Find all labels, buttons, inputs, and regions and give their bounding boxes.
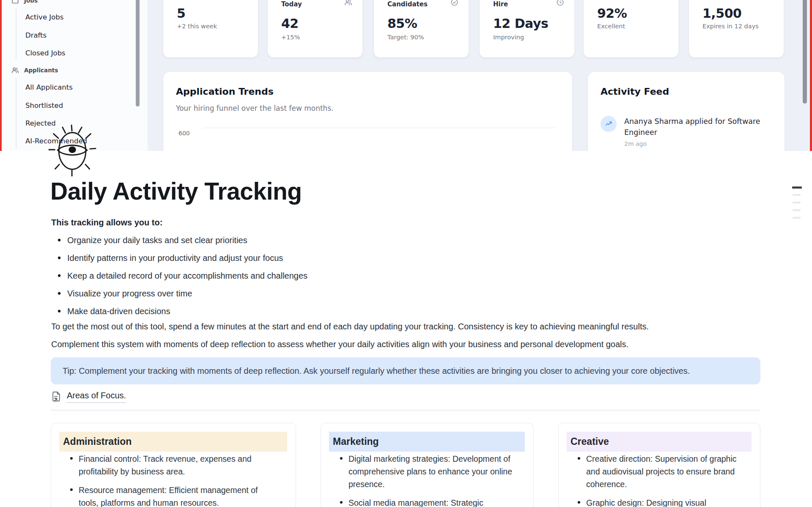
- list-item: Digital marketing strategies: Developmen…: [321, 452, 533, 491]
- list-item: Graphic design: Designing visual: [559, 496, 760, 507]
- stat-value: 12 Days: [493, 16, 548, 31]
- focus-card-title: Creative: [567, 432, 752, 452]
- tree-indent-line: [16, 78, 16, 149]
- users-icon: [11, 66, 19, 74]
- users-icon: [344, 0, 352, 8]
- screenshare-border-right: [810, 0, 812, 151]
- stat-subtext: +2 this week: [177, 23, 217, 30]
- activity-feed-item[interactable]: Ananya Sharma applied for Software Engin…: [601, 116, 766, 147]
- list-item: Keep a detailed record of your accomplis…: [51, 271, 307, 280]
- panel-subtitle: Your hiring funnel over the last few mon…: [176, 104, 334, 112]
- screen: Jobs Active Jobs Drafts Closed Jobs Appl…: [0, 0, 812, 507]
- sidebar-section-jobs[interactable]: Jobs: [11, 0, 38, 4]
- benefits-list: Organize your daily tasks and set clear …: [51, 236, 307, 324]
- stat-value: 5: [177, 6, 185, 21]
- page-link-icon: [51, 391, 62, 403]
- sidebar-section-label: Applicants: [24, 67, 58, 74]
- sidebar-item-shortlisted[interactable]: Shortlisted: [25, 101, 63, 110]
- page-title: Daily Activity Tracking: [50, 177, 302, 205]
- eye-doodle-annotation: [48, 124, 97, 177]
- tree-indent-line: [16, 8, 16, 59]
- sidebar-section-label: Jobs: [24, 0, 38, 4]
- toc-marker: [793, 217, 801, 219]
- trending-up-icon: [601, 116, 617, 132]
- stat-subtext: Improving: [493, 34, 524, 41]
- stat-value: 85%: [387, 16, 417, 31]
- activity-timestamp: 2m ago: [624, 140, 766, 147]
- panel-title: Application Trends: [176, 86, 274, 97]
- paragraph: To get the most out of this tool, spend …: [51, 322, 649, 332]
- focus-card-administration: Administration Financial control: Track …: [51, 423, 296, 507]
- y-axis-tick-label: 600: [178, 130, 190, 137]
- focus-card-title: Marketing: [329, 432, 525, 452]
- stat-value: 42: [281, 16, 299, 31]
- stat-card[interactable]: Hire 12 Days Improving: [480, 0, 574, 58]
- chart-gridline: [203, 128, 555, 128]
- toc-marker: [793, 209, 801, 211]
- stat-value: 92%: [597, 6, 627, 21]
- sidebar-item-closed-jobs[interactable]: Closed Jobs: [25, 49, 66, 57]
- paragraph: Complement this system with moments of d…: [51, 340, 628, 349]
- list-item: Make data-driven decisions: [51, 307, 307, 316]
- sidebar-section-applicants[interactable]: Applicants: [11, 66, 58, 74]
- sidebar-item-active-jobs[interactable]: Active Jobs: [25, 13, 63, 21]
- stat-subtext: Target: 90%: [387, 34, 424, 41]
- toc-marker: [793, 194, 801, 196]
- stat-card[interactable]: 92% Excellent: [584, 0, 678, 58]
- list-item: Visualize your progress over time: [51, 289, 307, 298]
- areas-of-focus-link[interactable]: Areas of Focus.: [67, 391, 126, 403]
- stat-subtext: Expires in 12 days: [702, 23, 759, 30]
- list-item: Resource management: Efficient managemen…: [51, 484, 296, 507]
- stat-subtext: Excellent: [597, 23, 625, 30]
- stat-title: Hire: [493, 0, 508, 8]
- tip-callout: Tip: Complement your tracking with momen…: [51, 357, 760, 384]
- toc-marker: [793, 202, 801, 203]
- page-link-row: Areas of Focus.: [51, 389, 126, 404]
- list-item: Creative direction: Supervision of graph…: [559, 452, 760, 491]
- list-item: Identify patterns in your productivity a…: [51, 253, 307, 263]
- activity-feed-panel: Activity Feed Ananya Sharma applied for …: [588, 72, 785, 151]
- stat-title: Candidates: [387, 0, 428, 8]
- application-trends-panel: Application Trends Your hiring funnel ov…: [163, 72, 572, 151]
- toc-marker-active: [792, 186, 802, 189]
- focus-card-title: Administration: [59, 432, 287, 452]
- focus-card-marketing: Marketing Digital marketing strategies: …: [321, 423, 534, 507]
- briefcase-icon: [11, 0, 19, 4]
- focus-card-creative: Creative Creative direction: Supervision…: [558, 423, 760, 507]
- divider: [51, 410, 760, 411]
- stat-title: Today: [281, 0, 302, 8]
- stat-card[interactable]: Today 42 +15%: [268, 0, 362, 58]
- sidebar-scrollbar[interactable]: [136, 0, 140, 107]
- dashboard-app: Jobs Active Jobs Drafts Closed Jobs Appl…: [0, 0, 812, 151]
- toc-outline[interactable]: [790, 185, 803, 221]
- sidebar-item-all-applicants[interactable]: All Applicants: [25, 83, 73, 91]
- list-item: Financial control: Track revenue, expens…: [51, 452, 296, 478]
- check-circle-icon: [450, 0, 458, 8]
- panel-title: Activity Feed: [601, 86, 669, 97]
- sidebar-item-drafts[interactable]: Drafts: [25, 31, 47, 39]
- activity-text: Ananya Sharma applied for Software Engin…: [624, 116, 766, 138]
- stat-value: 1,500: [702, 6, 741, 21]
- main-scrollbar[interactable]: [803, 0, 807, 104]
- clock-icon: [556, 0, 564, 8]
- tip-text: Tip: Complement your tracking with momen…: [63, 366, 690, 376]
- stat-subtext: +15%: [281, 34, 300, 41]
- stat-card[interactable]: 5 +2 this week: [163, 0, 258, 58]
- document-page: Daily Activity Tracking This tracking al…: [0, 151, 812, 507]
- intro-heading: This tracking allows you to:: [51, 218, 162, 227]
- list-item: Social media management: Strategic: [321, 496, 533, 507]
- stat-card[interactable]: Candidates 85% Target: 90%: [374, 0, 469, 58]
- stat-card[interactable]: 1,500 Expires in 12 days: [689, 0, 784, 58]
- list-item: Organize your daily tasks and set clear …: [51, 236, 307, 245]
